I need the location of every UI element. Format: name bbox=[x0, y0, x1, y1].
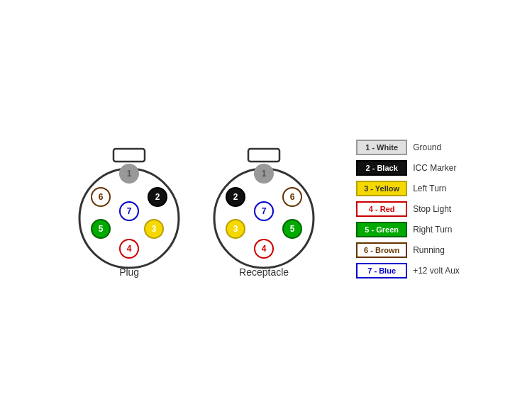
pin-2: 2 bbox=[226, 187, 245, 207]
legend-item-2: 2 - BlackICC Marker bbox=[356, 160, 460, 176]
pin-2: 2 bbox=[148, 187, 167, 207]
pin-5: 5 bbox=[282, 219, 302, 239]
main-container: 1234567 Plug 1234567 Receptacle 1 - Whit… bbox=[0, 0, 532, 411]
pin-5: 5 bbox=[91, 219, 111, 239]
legend: 1 - WhiteGround2 - BlackICC Marker3 - Ye… bbox=[356, 140, 460, 278]
legend-badge-3: 3 - Yellow bbox=[356, 181, 407, 196]
pin-3: 3 bbox=[144, 219, 164, 239]
svg-rect-0 bbox=[113, 149, 145, 162]
plug-wrapper: 1234567 Plug bbox=[72, 147, 186, 278]
pin-6: 6 bbox=[91, 187, 111, 207]
plug-diagram: 1234567 bbox=[72, 147, 186, 261]
legend-item-6: 6 - BrownRunning bbox=[356, 242, 460, 258]
pin-1: 1 bbox=[254, 164, 274, 184]
pin-1: 1 bbox=[119, 164, 139, 184]
pin-7: 7 bbox=[254, 201, 274, 221]
legend-badge-4: 4 - Red bbox=[356, 201, 407, 217]
legend-desc-6: Running bbox=[413, 245, 445, 255]
pin-3: 3 bbox=[226, 219, 245, 239]
legend-item-5: 5 - GreenRight Turn bbox=[356, 222, 460, 237]
pin-6: 6 bbox=[282, 187, 302, 207]
legend-item-7: 7 - Blue+12 volt Aux bbox=[356, 263, 460, 278]
legend-item-3: 3 - YellowLeft Turn bbox=[356, 181, 460, 196]
legend-desc-4: Stop Light bbox=[413, 204, 451, 214]
legend-desc-7: +12 volt Aux bbox=[413, 266, 460, 276]
legend-badge-7: 7 - Blue bbox=[356, 263, 407, 278]
legend-item-1: 1 - WhiteGround bbox=[356, 140, 460, 155]
legend-desc-1: Ground bbox=[413, 142, 441, 152]
connectors-section: 1234567 Plug 1234567 Receptacle bbox=[72, 147, 321, 278]
pin-7: 7 bbox=[119, 201, 139, 221]
legend-desc-3: Left Turn bbox=[413, 184, 446, 193]
receptacle-wrapper: 1234567 Receptacle bbox=[207, 147, 321, 278]
svg-rect-2 bbox=[248, 149, 279, 162]
legend-badge-6: 6 - Brown bbox=[356, 242, 407, 258]
legend-badge-5: 5 - Green bbox=[356, 222, 407, 237]
legend-desc-5: Right Turn bbox=[413, 225, 452, 235]
legend-desc-2: ICC Marker bbox=[413, 163, 456, 173]
pin-4: 4 bbox=[254, 239, 274, 259]
receptacle-diagram: 1234567 bbox=[207, 147, 321, 261]
legend-badge-2: 2 - Black bbox=[356, 160, 407, 176]
pin-4: 4 bbox=[119, 239, 139, 259]
legend-item-4: 4 - RedStop Light bbox=[356, 201, 460, 217]
legend-badge-1: 1 - White bbox=[356, 140, 407, 155]
